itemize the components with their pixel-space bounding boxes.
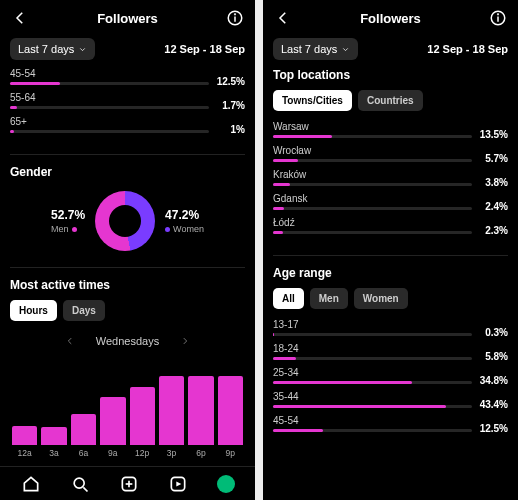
locations-tabs: Towns/CitiesCountries <box>273 90 508 111</box>
back-icon[interactable] <box>10 8 30 28</box>
locations-section: Top locations Towns/CitiesCountries Wars… <box>273 68 508 245</box>
tab-countries[interactable]: Countries <box>358 90 423 111</box>
tab-hours[interactable]: Hours <box>10 300 57 321</box>
age-section: Age range AllMenWomen 13-17 0.3% 18-24 5… <box>273 255 508 443</box>
tab-women[interactable]: Women <box>354 288 408 309</box>
tab-towns-cities[interactable]: Towns/Cities <box>273 90 352 111</box>
bar-percent: 2.4% <box>485 201 508 212</box>
screen-left: Followers Last 7 days 12 Sep - 18 Sep 45… <box>0 0 255 500</box>
bar-track: 5.7% <box>273 159 472 162</box>
svg-point-12 <box>498 14 499 15</box>
create-icon[interactable] <box>119 474 139 494</box>
gender-section: Gender 52.7% Men 47.2% Women <box>10 154 245 257</box>
bar-percent: 43.4% <box>480 399 508 410</box>
bar-row: Kraków 3.8% <box>273 169 508 186</box>
men-color-dot <box>72 227 77 232</box>
bar-percent: 5.7% <box>485 153 508 164</box>
locations-title: Top locations <box>273 68 508 82</box>
bar-row: 13-17 0.3% <box>273 319 508 336</box>
active-times-title: Most active times <box>10 278 245 292</box>
bar-percent: 12.5% <box>480 423 508 434</box>
bar-row: Łódź 2.3% <box>273 217 508 234</box>
bar-percent: 13.5% <box>480 129 508 140</box>
date-range-dropdown[interactable]: Last 7 days <box>273 38 358 60</box>
x-tick: 3a <box>41 448 66 458</box>
bar-track: 34.8% <box>273 381 472 384</box>
info-icon[interactable] <box>488 8 508 28</box>
histogram-bar <box>71 414 96 445</box>
histogram-bar <box>41 427 66 445</box>
bar-percent: 12.5% <box>217 76 245 87</box>
bar-percent: 34.8% <box>480 375 508 386</box>
tab-men[interactable]: Men <box>310 288 348 309</box>
prev-day-button[interactable] <box>60 331 80 351</box>
bar-track: 43.4% <box>273 405 472 408</box>
x-tick: 6a <box>71 448 96 458</box>
x-tick: 3p <box>159 448 184 458</box>
histogram-bar <box>159 376 184 445</box>
page-title: Followers <box>30 11 225 26</box>
bar-row: 45-54 12.5% <box>10 68 245 85</box>
bar-row: Warsaw 13.5% <box>273 121 508 138</box>
svg-marker-9 <box>176 481 181 486</box>
home-icon[interactable] <box>21 474 41 494</box>
active-tabs: HoursDays <box>10 300 245 321</box>
bar-label: Łódź <box>273 217 508 228</box>
header: Followers <box>0 0 255 34</box>
bar-track: 3.8% <box>273 183 472 186</box>
bar-label: 35-44 <box>273 391 508 402</box>
x-tick: 9a <box>100 448 125 458</box>
bar-track: 12.5% <box>10 82 209 85</box>
bar-track: 2.4% <box>273 207 472 210</box>
svg-line-4 <box>83 487 87 491</box>
day-navigator: Wednesdays <box>10 331 245 351</box>
bar-label: Gdansk <box>273 193 508 204</box>
bar-label: 65+ <box>10 116 245 127</box>
x-tick: 12p <box>130 448 155 458</box>
bar-row: Wrocław 5.7% <box>273 145 508 162</box>
bar-row: 25-34 34.8% <box>273 367 508 384</box>
bar-label: 45-54 <box>10 68 245 79</box>
bar-row: 65+ 1% <box>10 116 245 133</box>
tab-all[interactable]: All <box>273 288 304 309</box>
page-title: Followers <box>293 11 488 26</box>
tab-days[interactable]: Days <box>63 300 105 321</box>
dropdown-label: Last 7 days <box>281 43 337 55</box>
back-icon[interactable] <box>273 8 293 28</box>
histogram-bar <box>100 397 125 445</box>
date-range-dropdown[interactable]: Last 7 days <box>10 38 95 60</box>
next-day-button[interactable] <box>175 331 195 351</box>
x-tick: 6p <box>188 448 213 458</box>
bar-label: 55-64 <box>10 92 245 103</box>
bar-label: 25-34 <box>273 367 508 378</box>
dropdown-label: Last 7 days <box>18 43 74 55</box>
bar-track: 13.5% <box>273 135 472 138</box>
histogram-bar <box>188 376 213 445</box>
subheader: Last 7 days 12 Sep - 18 Sep <box>263 34 518 68</box>
bottom-nav <box>0 466 255 500</box>
chevron-down-icon <box>78 45 87 54</box>
gender-women-stat: 47.2% Women <box>165 208 204 234</box>
bar-percent: 1.7% <box>222 100 245 111</box>
bar-label: 45-54 <box>273 415 508 426</box>
subheader: Last 7 days 12 Sep - 18 Sep <box>0 34 255 68</box>
search-icon[interactable] <box>70 474 90 494</box>
reels-icon[interactable] <box>168 474 188 494</box>
bar-percent: 0.3% <box>485 327 508 338</box>
activity-histogram <box>10 359 245 445</box>
bar-track: 2.3% <box>273 231 472 234</box>
screen-right: Followers Last 7 days 12 Sep - 18 Sep To… <box>263 0 518 500</box>
bar-row: 35-44 43.4% <box>273 391 508 408</box>
bar-label: 13-17 <box>273 319 508 330</box>
bar-row: 18-24 5.8% <box>273 343 508 360</box>
bar-track: 12.5% <box>273 429 472 432</box>
bar-track: 1% <box>10 130 209 133</box>
profile-avatar[interactable] <box>217 475 235 493</box>
bar-track: 5.8% <box>273 357 472 360</box>
date-range-text: 12 Sep - 18 Sep <box>164 43 245 55</box>
day-label: Wednesdays <box>96 335 159 347</box>
active-times-section: Most active times HoursDays Wednesdays 1… <box>10 267 245 464</box>
svg-point-3 <box>74 478 84 488</box>
bar-percent: 2.3% <box>485 225 508 236</box>
info-icon[interactable] <box>225 8 245 28</box>
